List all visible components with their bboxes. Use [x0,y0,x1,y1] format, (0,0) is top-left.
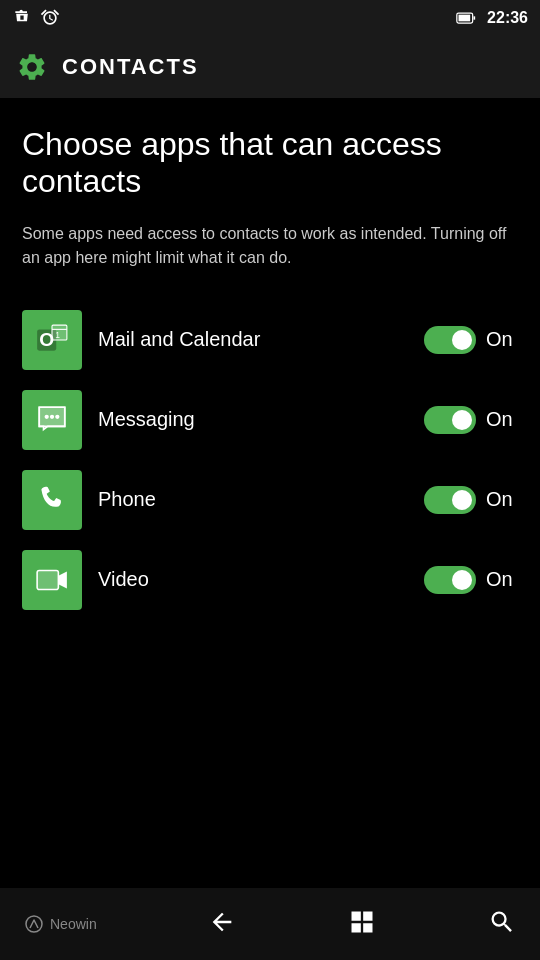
page-title: CONTACTS [62,54,199,80]
status-time: 22:36 [487,9,528,27]
video-toggle[interactable] [424,566,476,594]
video-svg [35,563,69,597]
messaging-toggle-label: On [486,408,518,431]
messaging-toggle[interactable] [424,406,476,434]
contacts-settings-icon [16,51,48,83]
list-item: Phone On [22,460,518,540]
brand-name: Neowin [50,916,97,932]
phone-svg [35,483,69,517]
list-item: Video On [22,540,518,620]
toggle-thumb [452,570,472,590]
windows-start-icon [348,908,376,936]
svg-text:1: 1 [55,329,60,339]
toggle-thumb [452,490,472,510]
status-bar: 22:36 [0,0,540,36]
neowin-logo-icon [24,914,44,934]
phone-toggle-label: On [486,488,518,511]
mail-calendar-icon: O 1 [22,310,82,370]
video-icon [22,550,82,610]
phone-toggle-container[interactable]: On [424,486,518,514]
mail-calendar-toggle[interactable] [424,326,476,354]
page-header: CONTACTS [0,36,540,98]
search-button[interactable] [488,908,516,940]
messaging-svg [35,403,69,437]
page-heading: Choose apps that can access contacts [22,126,518,200]
svg-rect-1 [459,15,471,22]
search-icon [488,908,516,936]
video-toggle-label: On [486,568,518,591]
toggle-track [424,326,476,354]
app-list: O 1 Mail and Calendar On [22,300,518,620]
battery-icon [453,8,479,28]
mail-calendar-svg: O 1 [35,323,69,357]
bottom-nav: Neowin [0,888,540,960]
phone-label: Phone [98,488,408,511]
video-toggle-container[interactable]: On [424,566,518,594]
messaging-label: Messaging [98,408,408,431]
page-description: Some apps need access to contacts to wor… [22,222,518,270]
toggle-thumb [452,330,472,350]
messaging-toggle-container[interactable]: On [424,406,518,434]
svg-marker-11 [58,571,67,588]
messaging-icon [22,390,82,450]
alarm-icon [40,8,60,28]
phone-toggle[interactable] [424,486,476,514]
phone-icon [22,470,82,530]
status-icons-right: 22:36 [453,8,528,28]
svg-point-9 [55,414,59,418]
svg-point-12 [26,916,42,932]
mail-calendar-toggle-container[interactable]: On [424,326,518,354]
svg-point-7 [45,414,49,418]
list-item: O 1 Mail and Calendar On [22,300,518,380]
mail-calendar-label: Mail and Calendar [98,328,408,351]
back-button[interactable] [208,908,236,940]
brand-logo: Neowin [24,914,97,934]
svg-point-8 [50,414,54,418]
toggle-thumb [452,410,472,430]
svg-rect-10 [37,570,58,589]
toggle-track [424,566,476,594]
main-content: Choose apps that can access contacts Som… [0,98,540,640]
list-item: Messaging On [22,380,518,460]
notification-icon [12,8,32,28]
toggle-track [424,406,476,434]
back-arrow-icon [208,908,236,936]
toggle-track [424,486,476,514]
start-button[interactable] [348,908,376,940]
video-label: Video [98,568,408,591]
mail-calendar-toggle-label: On [486,328,518,351]
status-icons-left [12,8,445,28]
